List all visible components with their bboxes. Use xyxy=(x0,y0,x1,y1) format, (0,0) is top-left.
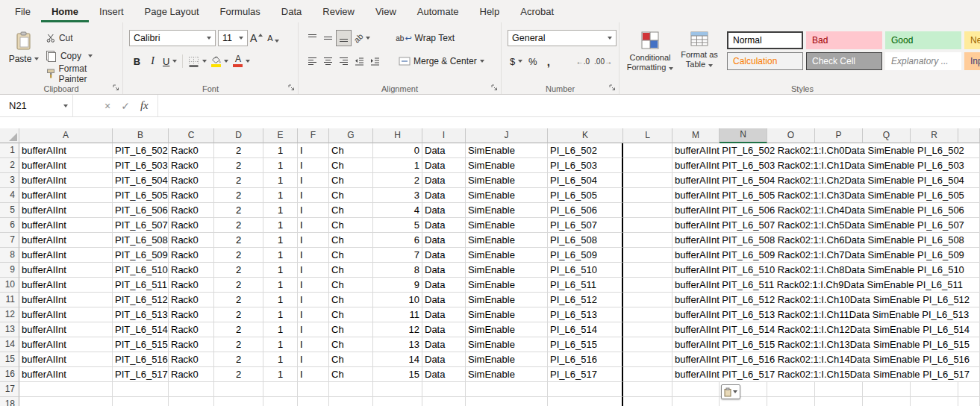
cell-E14[interactable]: 1 xyxy=(263,337,298,352)
cell-G11[interactable]: Ch xyxy=(329,293,373,307)
conditional-formatting-button[interactable]: Conditional Formatting xyxy=(625,25,675,82)
column-header-F[interactable]: F xyxy=(298,128,329,143)
cell-L14[interactable] xyxy=(623,337,672,352)
cell-M16[interactable]: bufferAIInt PIT_L6_517 Rack02:1:I.Ch15Da… xyxy=(672,367,720,382)
column-header-Q[interactable]: Q xyxy=(863,128,911,143)
decrease-decimal-button[interactable]: .00→ xyxy=(592,53,614,69)
cell-K2[interactable]: PI_L6_503 xyxy=(548,158,623,173)
cell-A5[interactable]: bufferAIInt xyxy=(19,203,113,218)
cell-R17[interactable] xyxy=(911,382,958,397)
cell-C16[interactable]: Rack0 xyxy=(169,367,214,382)
cell-M3[interactable]: bufferAIInt PIT_L6_504 Rack02:1:I.Ch2Dat… xyxy=(672,173,720,188)
cell-H2[interactable]: 1 xyxy=(373,158,422,173)
row-header-5[interactable]: 5 xyxy=(0,203,19,218)
cell-B7[interactable]: PIT_L6_508 xyxy=(113,233,169,248)
cell-K1[interactable]: PI_L6_502 xyxy=(548,143,623,158)
cell-J12[interactable]: SimEnable xyxy=(466,307,548,322)
cell-K12[interactable]: PI_L6_513 xyxy=(548,307,623,322)
cell-F15[interactable]: I xyxy=(298,352,329,367)
cell-C14[interactable]: Rack0 xyxy=(169,337,214,352)
column-header-H[interactable]: H xyxy=(373,128,422,143)
cell-H13[interactable]: 12 xyxy=(373,322,422,337)
cell-M11[interactable]: bufferAIInt PIT_L6_512 Rack02:1:I.Ch10Da… xyxy=(672,293,720,307)
italic-button[interactable]: I xyxy=(145,53,160,69)
cell-E13[interactable]: 1 xyxy=(263,322,298,337)
decrease-font-size-button[interactable]: A xyxy=(265,30,281,46)
cell-M5[interactable]: bufferAIInt PIT_L6_506 Rack02:1:I.Ch4Dat… xyxy=(672,203,720,218)
cell-M10[interactable]: bufferAIInt PIT_L6_511 Rack02:1:I.Ch9Dat… xyxy=(672,278,720,293)
copy-button[interactable]: Copy xyxy=(43,48,118,63)
cell-E2[interactable]: 1 xyxy=(263,158,298,173)
cell-B13[interactable]: PIT_L6_514 xyxy=(113,322,169,337)
column-header-K[interactable]: K xyxy=(548,128,623,143)
cell-H9[interactable]: 8 xyxy=(373,263,422,278)
cell-style-neutral[interactable]: Neutral xyxy=(964,31,980,49)
cell-B14[interactable]: PIT_L6_515 xyxy=(113,337,169,352)
row-header-1[interactable]: 1 xyxy=(0,143,19,158)
align-top-button[interactable] xyxy=(305,30,320,46)
cell-G4[interactable]: Ch xyxy=(329,188,373,203)
cell-D3[interactable]: 2 xyxy=(214,173,263,188)
cell-style-good[interactable]: Good xyxy=(885,31,961,49)
font-size-select[interactable]: 11 xyxy=(218,30,248,46)
cell-L6[interactable] xyxy=(623,218,672,233)
cell-L11[interactable] xyxy=(623,293,672,307)
cell-D9[interactable]: 2 xyxy=(214,263,263,278)
cell-H12[interactable]: 11 xyxy=(373,307,422,322)
cell-A10[interactable]: bufferAIInt xyxy=(19,278,113,293)
cell-K9[interactable]: PI_L6_510 xyxy=(548,263,623,278)
cell-J10[interactable]: SimEnable xyxy=(466,278,548,293)
clipboard-dialog-launcher-icon[interactable] xyxy=(112,84,120,92)
cell-K14[interactable]: PI_L6_515 xyxy=(548,337,623,352)
cell-G1[interactable]: Ch xyxy=(329,143,373,158)
cell-B9[interactable]: PIT_L6_510 xyxy=(113,263,169,278)
cell-M15[interactable]: bufferAIInt PIT_L6_516 Rack02:1:I.Ch14Da… xyxy=(672,352,720,367)
cell-I4[interactable]: Data xyxy=(422,188,466,203)
cancel-icon[interactable]: × xyxy=(104,100,110,112)
cell-J2[interactable]: SimEnable xyxy=(466,158,548,173)
cell-C17[interactable] xyxy=(169,382,214,397)
wrap-text-button[interactable]: ab↩ Wrap Text xyxy=(393,30,457,46)
align-middle-button[interactable] xyxy=(320,30,336,46)
cell-L2[interactable] xyxy=(623,158,672,173)
cell-D4[interactable]: 2 xyxy=(214,188,263,203)
cell-B17[interactable] xyxy=(113,382,169,397)
cell-L8[interactable] xyxy=(623,248,672,263)
cell-G8[interactable]: Ch xyxy=(329,248,373,263)
cell-R18[interactable] xyxy=(911,397,958,406)
column-header-D[interactable]: D xyxy=(214,128,263,143)
comma-style-button[interactable]: , xyxy=(540,53,556,69)
cell-G3[interactable]: Ch xyxy=(329,173,373,188)
cell-H18[interactable] xyxy=(373,397,422,406)
cell-D11[interactable]: 2 xyxy=(214,293,263,307)
cell-J5[interactable]: SimEnable xyxy=(466,203,548,218)
cell-K18[interactable] xyxy=(548,397,623,406)
cell-K7[interactable]: PI_L6_508 xyxy=(548,233,623,248)
cell-C9[interactable]: Rack0 xyxy=(169,263,214,278)
cell-G13[interactable]: Ch xyxy=(329,322,373,337)
align-left-button[interactable] xyxy=(305,53,320,69)
cell-D8[interactable]: 2 xyxy=(214,248,263,263)
cell-K4[interactable]: PI_L6_505 xyxy=(548,188,623,203)
paste-button[interactable]: Paste xyxy=(6,27,42,81)
cell-H3[interactable]: 2 xyxy=(373,173,422,188)
cell-J16[interactable]: SimEnable xyxy=(466,367,548,382)
cell-F16[interactable]: I xyxy=(298,367,329,382)
increase-indent-button[interactable] xyxy=(367,53,383,69)
align-bottom-button[interactable] xyxy=(336,30,352,46)
cell-style-explanatory[interactable]: Explanatory ... xyxy=(885,52,961,70)
cell-P17[interactable] xyxy=(815,382,863,397)
cell-D15[interactable]: 2 xyxy=(214,352,263,367)
cell-I7[interactable]: Data xyxy=(422,233,466,248)
cell-B12[interactable]: PIT_L6_513 xyxy=(113,307,169,322)
cell-H15[interactable]: 14 xyxy=(373,352,422,367)
cell-E7[interactable]: 1 xyxy=(263,233,298,248)
select-all-button[interactable] xyxy=(0,128,19,143)
cell-D12[interactable]: 2 xyxy=(214,307,263,322)
cell-K13[interactable]: PI_L6_514 xyxy=(548,322,623,337)
fill-color-button[interactable] xyxy=(209,53,231,69)
cell-J15[interactable]: SimEnable xyxy=(466,352,548,367)
cell-G14[interactable]: Ch xyxy=(329,337,373,352)
cell-K5[interactable]: PI_L6_506 xyxy=(548,203,623,218)
cell-K8[interactable]: PI_L6_509 xyxy=(548,248,623,263)
